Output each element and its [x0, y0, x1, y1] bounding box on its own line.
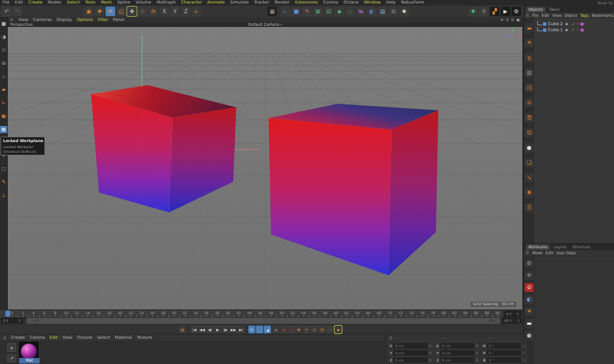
material-name-label[interactable]: Mat: [19, 358, 40, 363]
range-start-field[interactable]: 0 F ⇅: [1, 318, 23, 323]
autokey-icon[interactable]: ◉: [280, 326, 287, 333]
main-menu-animate[interactable]: Animate: [207, 0, 225, 5]
main-menu-window[interactable]: Window: [364, 0, 381, 5]
undo-icon[interactable]: ↶: [2, 7, 11, 16]
keyframe-record-icon[interactable]: ◎: [288, 326, 295, 333]
sound-scrub-icon[interactable]: ◢: [264, 326, 271, 333]
main-menu-extensions[interactable]: Extensions: [295, 0, 318, 5]
record-position-icon[interactable]: ✚: [295, 326, 302, 333]
active-tool-icon[interactable]: ✥: [127, 7, 137, 16]
corona-cloud-icon[interactable]: ☁: [525, 23, 534, 32]
main-menu-character[interactable]: Character: [181, 0, 202, 5]
main-menu-rebusfarm[interactable]: RebusFarm: [401, 0, 425, 5]
layer-tag-icon[interactable]: ▪: [565, 28, 568, 32]
main-menu-help[interactable]: Help: [386, 0, 396, 5]
tab-layers[interactable]: Layers: [551, 244, 569, 250]
cube-object-icon[interactable]: ■: [543, 22, 547, 26]
main-menu-mograph[interactable]: MoGraph: [156, 0, 176, 5]
mat-menu-material[interactable]: Material: [115, 335, 132, 341]
subdivision-surface-icon[interactable]: ⊞: [313, 7, 323, 16]
om-menu-object[interactable]: Object: [564, 13, 577, 19]
corona-camera-icon[interactable]: ⊙: [525, 98, 534, 107]
corona-sun-icon[interactable]: ☀: [525, 38, 534, 47]
main-menu-modes[interactable]: Modes: [48, 0, 62, 5]
main-menu-file[interactable]: File: [2, 0, 10, 5]
spinner-icon[interactable]: ⇅: [516, 312, 519, 316]
rotate-tool-icon[interactable]: ⟳: [106, 7, 115, 16]
object-row-cube-1[interactable]: ■Cube.1▪:✓∷●: [534, 27, 614, 33]
material-sphere-icon[interactable]: ●: [525, 143, 534, 152]
vp-menu-filter[interactable]: Filter: [98, 17, 108, 22]
coord-value-field[interactable]: 0 cm: [393, 350, 428, 356]
spinner-icon[interactable]: ⇅: [522, 351, 526, 355]
coord-value-field[interactable]: 0 cm: [440, 343, 474, 348]
viewport-3d[interactable]: Perspective Default Camera ▾ Grid Spacin…: [8, 22, 522, 309]
render-active-view-button[interactable]: ▞: [490, 7, 499, 16]
tab-attributes[interactable]: Attributes: [526, 244, 550, 250]
environment-icon[interactable]: ◐: [367, 7, 377, 16]
redo-icon[interactable]: ↷: [13, 7, 22, 16]
play-button[interactable]: ▶: [214, 326, 221, 333]
gear-icon[interactable]: ⚙: [525, 259, 534, 268]
vp-menu-panel[interactable]: Panel: [113, 17, 124, 22]
viewport-view-label[interactable]: Perspective: [10, 22, 33, 27]
coordinates-menu-icon[interactable]: ☰: [389, 336, 392, 340]
cube-left[interactable]: [91, 85, 236, 212]
vp-menu-options[interactable]: Options: [77, 17, 93, 22]
fan-icon[interactable]: ✣: [525, 271, 534, 280]
coord-value-field[interactable]: 0 cm: [440, 357, 474, 363]
object-label[interactable]: Cube.1: [548, 28, 563, 32]
next-frame-button[interactable]: |▶: [222, 326, 229, 333]
rotate-view-icon[interactable]: ↻: [510, 17, 515, 22]
spline-pen-icon[interactable]: ✎: [302, 7, 312, 16]
om-menu-bookmarks[interactable]: Bookmarks: [592, 13, 613, 19]
record-parameter-icon[interactable]: Ⓟ: [318, 326, 326, 333]
timeline-ruler[interactable]: 0246810121416182022242628303234363840424…: [0, 310, 502, 317]
main-menu-octane[interactable]: Octane: [344, 0, 359, 5]
material-paint-icon[interactable]: ❖: [468, 7, 478, 16]
record-rotation-icon[interactable]: ⟳: [303, 326, 310, 333]
am-menu-user-data[interactable]: User Data: [556, 250, 576, 256]
goto-start-button[interactable]: |◀: [191, 326, 198, 333]
cube-primitive-icon[interactable]: ■: [291, 7, 301, 16]
phong-tag-icon[interactable]: ∷: [576, 22, 579, 26]
coord-header-item-2[interactable]: --: [480, 336, 527, 341]
spinner-icon[interactable]: ⇅: [429, 358, 432, 362]
texture-mode-icon[interactable]: ◑: [0, 34, 7, 41]
point-mode-icon[interactable]: ⊞: [0, 60, 7, 67]
spinner-icon[interactable]: ⇅: [18, 318, 21, 323]
vp-menu-display[interactable]: Display: [56, 17, 72, 22]
keyframe-selection-button[interactable]: ◆: [335, 326, 342, 333]
model-mode-icon[interactable]: ■: [0, 20, 7, 28]
scale-tool-icon[interactable]: ◱: [116, 7, 126, 16]
split-icon[interactable]: ↹: [356, 7, 366, 16]
mat-menu-create[interactable]: Create: [11, 335, 25, 341]
om-menu-file[interactable]: File: [532, 13, 538, 19]
mat-menu-edit[interactable]: Edit: [50, 335, 58, 341]
enabled-check-icon[interactable]: ✓: [572, 22, 576, 26]
mat-menu-view[interactable]: View: [62, 335, 73, 341]
cube-object-icon[interactable]: ■: [543, 28, 547, 32]
spinner-icon[interactable]: ⇅: [517, 318, 520, 323]
main-menu-render[interactable]: Render: [275, 0, 290, 5]
render-picture-viewer-button[interactable]: ▶: [501, 7, 510, 16]
deformer-icon[interactable]: ◈: [335, 7, 344, 16]
viewport-canvas[interactable]: [8, 22, 522, 309]
workplane-icon[interactable]: ▦: [0, 113, 7, 120]
polygon-mode-icon[interactable]: ▰: [0, 86, 7, 94]
axis-mode-icon[interactable]: ∟: [0, 100, 7, 107]
coord-value-field[interactable]: 0 cm: [440, 350, 474, 356]
tab-objects[interactable]: Objects: [526, 7, 546, 13]
enabled-check-icon[interactable]: ✓: [572, 28, 576, 32]
coord-system-icon[interactable]: ∟: [192, 7, 201, 16]
spinner-icon[interactable]: ⇅: [475, 344, 479, 348]
pick-material-button[interactable]: ↗: [7, 354, 16, 362]
lightmix-icon[interactable]: ▬: [525, 319, 534, 328]
axis-x-lock-icon[interactable]: X: [159, 7, 169, 16]
axis-y-lock-icon[interactable]: Y: [170, 7, 180, 16]
current-frame-field[interactable]: 0 F ⇅: [504, 311, 521, 317]
spinner-icon[interactable]: ⇅: [522, 358, 526, 362]
main-menu-simulate[interactable]: Simulate: [230, 0, 249, 5]
object-label[interactable]: Cube.2: [548, 22, 563, 26]
coord-value-field[interactable]: 0 °: [487, 343, 521, 348]
